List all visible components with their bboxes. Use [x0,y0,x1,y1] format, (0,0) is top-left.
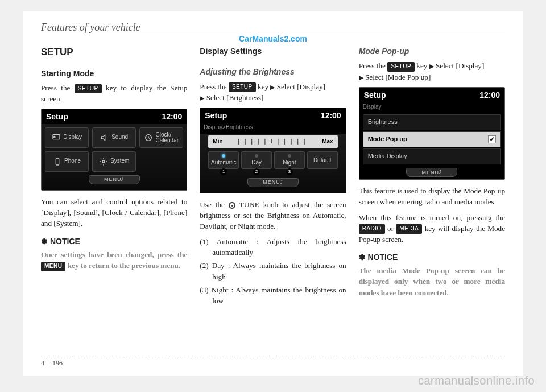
brightness-list: (1) Automatic : Adjusts the brightness a… [200,236,346,306]
para-popup-desc: This feature is used to display the Mode… [359,185,505,207]
tile-phone[interactable]: Phone [45,151,89,172]
triangle-icon: ▶ [359,74,363,81]
shot1-clock: 12:00 [162,111,183,122]
seg-automatic[interactable]: Automatic 1 [208,151,239,169]
tile-display[interactable]: Display [45,127,89,148]
display-icon [52,133,61,142]
clock-icon [144,133,153,142]
tile-system[interactable]: System [92,151,136,172]
keycap-setup-3: SETUP [387,62,415,72]
shot3-clock: 12:00 [479,89,500,101]
shot2-menu[interactable]: MENU [247,178,299,187]
page-header: Features of your vehicle [41,22,505,34]
para-popup-path: Press the SETUP key ▶ Select [Display] ▶… [359,60,505,82]
shot3-menu[interactable]: MENU [406,168,457,177]
seg-day[interactable]: Day 2 [241,151,272,169]
column-1: SETUP Starting Mode Press the SETUP key … [41,42,187,308]
row-mode-popup[interactable]: Mode Pop up ✔ [363,131,501,147]
shot2-breadcrumb: Display>Brightness [200,122,345,134]
phone-icon [53,157,62,166]
slider-min: Min [213,138,222,146]
sound-icon [100,133,109,142]
checkbox-checked-icon: ✔ [488,135,496,143]
para-starting-mode: Press the SETUP key to display the Setup… [41,82,187,104]
list-item: (2) Day : Always maintains the brightnes… [200,260,346,282]
shot2-title: Setup [205,110,227,121]
keycap-media: MEDIA [396,224,422,234]
tile-clock[interactable]: Clock/ Calendar [139,127,183,148]
shot1-title: Setup [46,111,68,122]
keycap-radio: RADIO [359,224,385,234]
shot2-clock: 12:00 [321,110,341,121]
para-options: You can select and control options relat… [41,196,187,229]
heading-display-settings: Display Settings [200,46,346,57]
gear-icon [99,157,108,166]
shot1-menu[interactable]: MENU [89,175,140,184]
callout-1: 1 [220,168,227,175]
notice-body-1: Once settings have been changed, press t… [41,249,187,271]
para-brightness-path: Press the SETUP key ▶ Select [Display] ▶… [200,81,346,103]
para-popup-on: When this feature is turned on, pressing… [359,212,505,245]
notice-body-2: The media Mode Pop-up screen can be disp… [359,265,505,298]
columns: SETUP Starting Mode Press the SETUP key … [41,42,505,308]
footer-page-number: 4 196 [41,359,63,368]
watermark-bottom: carmanualsonline.info [418,374,535,387]
notice-heading-2: NOTICE [359,251,505,263]
tile-sound[interactable]: Sound [92,127,136,148]
heading-setup: SETUP [41,46,187,60]
manual-page: Features of your vehicle CarManuals2.com… [23,11,523,376]
keycap-menu: MENU [41,262,65,271]
row-brightness[interactable]: Brightness [363,114,501,130]
keycap-setup: SETUP [75,84,102,94]
seg-night[interactable]: Night 3 [274,151,305,169]
footer-rule [41,356,505,356]
column-3: Mode Pop-up Press the SETUP key ▶ Select… [359,42,505,308]
slider-max: Max [322,138,333,146]
screenshot-setup-main: Setup 12:00 Display Sound [41,109,187,190]
triangle-icon: ▶ [429,63,434,69]
triangle-icon: ▶ [270,84,275,90]
list-item: (3) Night : Always maintains the brightn… [200,284,346,306]
svg-rect-3 [56,158,59,165]
brightness-slider[interactable]: Min | | | | | I | | | | | Max [208,135,337,148]
svg-point-1 [53,136,55,138]
callout-3: 3 [286,168,293,175]
screenshot-display-list: Setup 12:00 Display Brightness Mode Pop … [359,87,505,180]
notice-heading-1: NOTICE [41,236,187,247]
keycap-setup-2: SETUP [229,82,256,92]
slider-ticks: | | | | | I | | | | | [226,138,319,146]
para-tune: Use the TUNE knob to adjust the screen b… [200,199,346,232]
column-2: Display Settings Adjusting the Brightnes… [200,42,346,308]
list-item: (1) Automatic : Adjusts the brightness a… [200,236,346,258]
callout-2: 2 [253,168,260,175]
screenshot-brightness: Setup 12:00 Display>Brightness Min | | |… [200,108,346,193]
seg-default[interactable]: Default [307,151,338,169]
page-number: 196 [52,359,63,367]
tune-knob-icon [229,202,235,209]
heading-adjust-brightness: Adjusting the Brightness [200,66,346,77]
svg-point-4 [102,160,105,163]
shot3-breadcrumb: Display [359,102,504,114]
triangle-icon: ▶ [200,94,204,101]
heading-mode-popup: Mode Pop-up [359,46,505,57]
row-media-display[interactable]: Media Display [363,148,501,164]
chapter-number: 4 [41,359,48,368]
shot3-title: Setup [364,89,386,101]
heading-starting-mode: Starting Mode [41,68,187,79]
watermark-top: CarManuals2.com [239,34,307,43]
